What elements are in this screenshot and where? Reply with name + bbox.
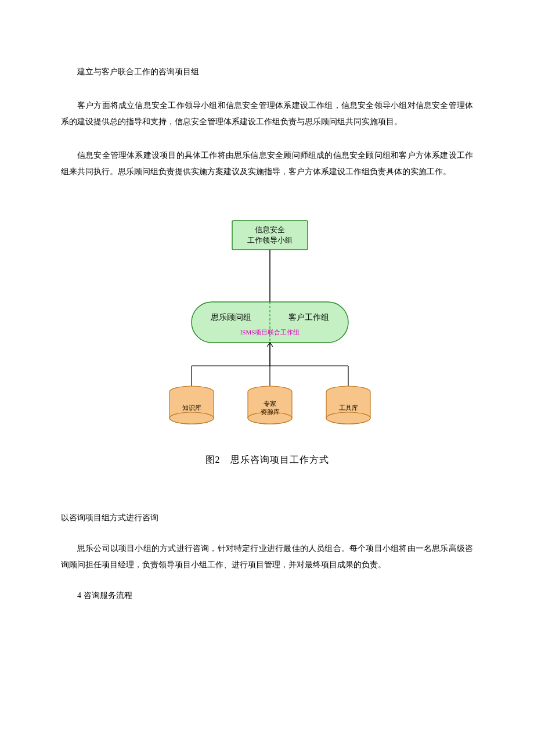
diagram-caption: 图2 思乐咨询项目工作方式 <box>122 454 412 466</box>
cyl2-line2: 资源库 <box>248 408 292 416</box>
mid-left-label: 思乐顾问组 <box>196 312 266 323</box>
top-box-line2: 工作领导小组 <box>232 236 308 246</box>
mid-sub-label: ISMS项目联合工作组 <box>192 328 348 336</box>
document-page: 建立与客户联合工作的咨询项目组 客户方面将成立信息安全工作领导小组和信息安全管理… <box>0 0 534 653</box>
heading-service-flow: 4 咨询服务流程 <box>61 591 473 601</box>
paragraph-client-side: 客户方面将成立信息安全工作领导小组和信息安全管理体系建设工作组，信息安全领导小组… <box>61 98 473 130</box>
heading-team-consulting: 以咨询项目组方式进行咨询 <box>61 513 473 523</box>
paragraph-isms-work: 信息安全管理体系建设项目的具体工作将由思乐信息安全顾问师组成的信息安全顾问组和客… <box>61 147 473 180</box>
cyl1-label: 知识库 <box>169 404 214 412</box>
cyl3-label: 工具库 <box>326 404 370 412</box>
mid-right-label: 客户工作组 <box>274 312 344 323</box>
top-box-line1: 信息安全 <box>232 225 308 235</box>
paragraph-team-consulting: 思乐公司以项目小组的方式进行咨询，针对特定行业进行最佳的人员组合。每个项目小组将… <box>61 541 473 573</box>
heading-joint-team: 建立与客户联合工作的咨询项目组 <box>61 64 473 80</box>
diagram-layer: 信息安全 工作领导小组 思乐顾问组 客户工作组 ISMS项目联合工作组 知识库 … <box>122 215 412 447</box>
cyl2-line1: 专家 <box>248 399 292 408</box>
diagram-block: 信息安全 工作领导小组 思乐顾问组 客户工作组 ISMS项目联合工作组 知识库 … <box>122 215 412 466</box>
